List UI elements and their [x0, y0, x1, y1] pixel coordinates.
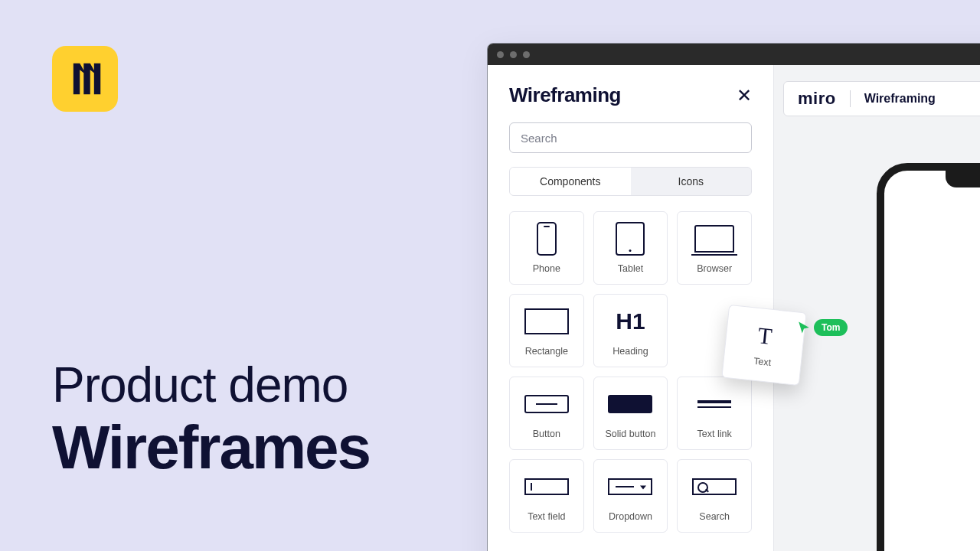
text-link-icon	[697, 400, 731, 408]
component-label: Text	[753, 356, 772, 368]
component-dropdown[interactable]: Dropdown	[593, 459, 668, 533]
traffic-light-zoom[interactable]	[523, 51, 530, 58]
cursor-icon	[797, 321, 811, 334]
component-label: Phone	[533, 263, 560, 274]
text-icon: T	[756, 322, 773, 350]
component-search[interactable]: Search	[677, 459, 752, 533]
component-button[interactable]: Button	[509, 377, 584, 450]
panel-tabs: Components Icons	[509, 167, 752, 196]
headline-subtitle: Product demo	[52, 360, 481, 411]
component-label: Text link	[697, 429, 732, 439]
collaborator-name-badge: Tom	[814, 319, 848, 336]
button-icon	[524, 395, 569, 413]
component-label: Search	[699, 511, 730, 522]
search-input[interactable]	[509, 122, 752, 153]
component-label: Rectangle	[525, 346, 568, 357]
marketing-headline: Product demo Wireframes	[52, 360, 481, 480]
browser-icon	[694, 225, 734, 253]
component-label: Text field	[528, 511, 565, 522]
component-label: Heading	[612, 346, 648, 357]
component-label: Button	[533, 429, 560, 439]
collaborator-cursor: Tom	[797, 319, 848, 336]
component-label: Browser	[697, 263, 732, 274]
phone-notch	[946, 171, 980, 187]
board-header: miro Wireframing	[783, 81, 980, 116]
component-rectangle[interactable]: Rectangle	[509, 294, 584, 367]
phone-icon	[537, 222, 557, 256]
component-label: Dropdown	[609, 511, 652, 522]
search-icon	[692, 478, 737, 495]
tab-icons[interactable]: Icons	[631, 168, 752, 195]
canvas-phone-mock[interactable]	[877, 163, 980, 551]
rectangle-icon	[524, 308, 569, 334]
tab-components[interactable]: Components	[510, 168, 631, 195]
traffic-light-close[interactable]	[497, 51, 504, 58]
component-label: Solid button	[605, 429, 655, 439]
close-icon[interactable]: ✕	[737, 86, 752, 105]
miro-logo	[52, 46, 118, 112]
solid-button-icon	[608, 395, 652, 413]
text-field-icon	[524, 478, 569, 495]
miro-logo-icon	[64, 58, 106, 99]
brand-name: miro	[798, 89, 836, 109]
component-tablet[interactable]: Tablet	[593, 211, 668, 285]
component-grid: Phone Tablet Browser Rectangle H1 Headin…	[509, 211, 752, 533]
component-solid-button[interactable]: Solid button	[593, 377, 668, 450]
component-text-field[interactable]: Text field	[509, 459, 584, 533]
heading-icon: H1	[616, 308, 645, 334]
component-heading[interactable]: H1 Heading	[593, 294, 668, 367]
component-text-link[interactable]: Text link	[677, 377, 752, 450]
window-titlebar	[488, 44, 980, 65]
board-name[interactable]: Wireframing	[864, 92, 936, 106]
dropdown-icon	[608, 478, 652, 495]
component-label: Tablet	[618, 263, 643, 274]
traffic-light-minimize[interactable]	[510, 51, 517, 58]
dragged-component-text[interactable]: T Text	[721, 305, 806, 386]
component-phone[interactable]: Phone	[509, 211, 584, 285]
panel-title: Wireframing	[509, 83, 621, 107]
component-browser[interactable]: Browser	[677, 211, 752, 285]
tablet-icon	[616, 222, 645, 256]
header-divider	[850, 90, 851, 107]
headline-title: Wireframes	[52, 416, 481, 480]
app-window: miro Wireframing Wireframing ✕ Component…	[487, 43, 980, 551]
